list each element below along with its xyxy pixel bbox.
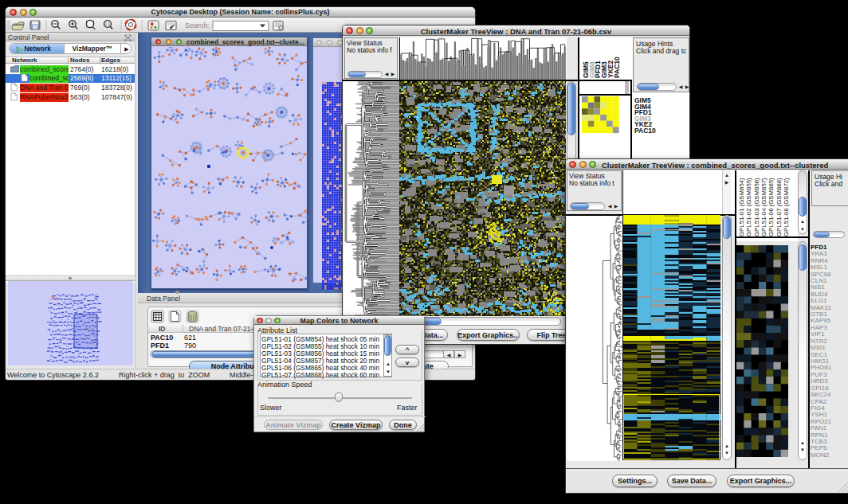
svg-text:1:1: 1:1 — [105, 22, 111, 26]
svg-text:Search:: Search: — [185, 21, 210, 29]
